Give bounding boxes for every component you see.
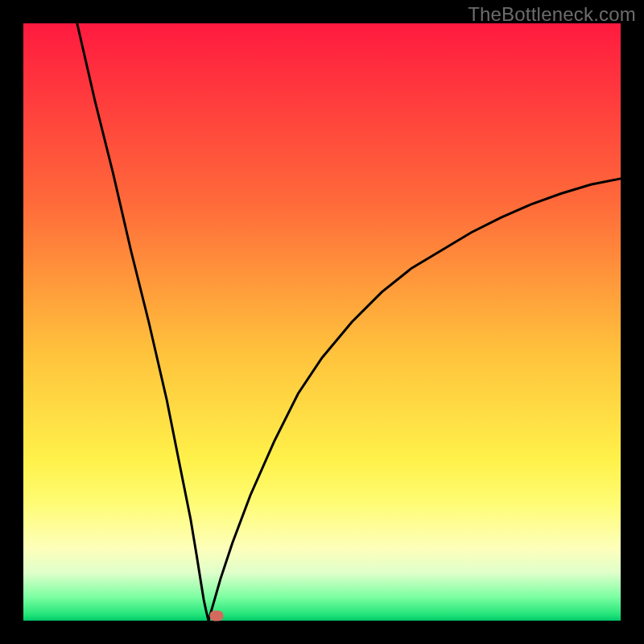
bottleneck-curve	[23, 23, 621, 621]
curve-left-branch	[77, 23, 208, 621]
plot-area	[23, 23, 621, 621]
optimal-point-marker	[209, 611, 223, 621]
watermark-text: TheBottleneck.com	[468, 3, 636, 26]
chart-frame: TheBottleneck.com	[0, 0, 644, 644]
curve-right-branch	[208, 179, 621, 621]
